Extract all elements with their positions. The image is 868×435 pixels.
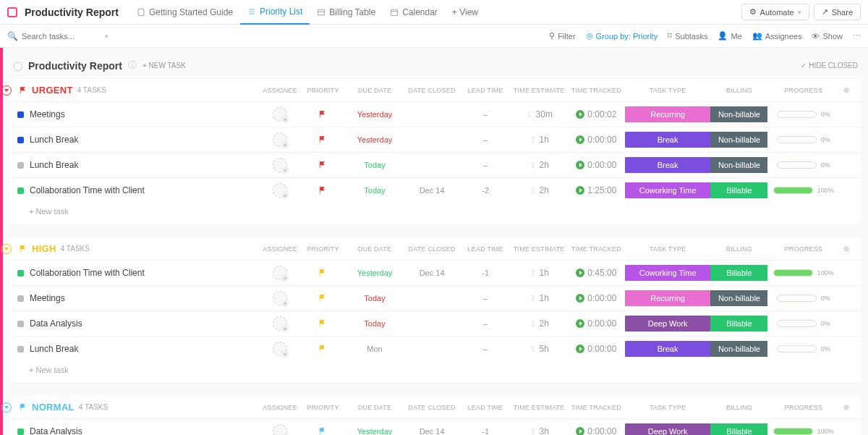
col-due[interactable]: DUE DATE bbox=[346, 87, 404, 94]
assignee-cell[interactable] bbox=[260, 342, 299, 356]
col-lead[interactable]: LEAD TIME bbox=[461, 245, 511, 253]
task-type-badge[interactable]: Coworking Time bbox=[625, 182, 711, 198]
tab-billing-table[interactable]: Billing Table bbox=[310, 0, 383, 25]
priority-cell[interactable] bbox=[299, 269, 346, 277]
due-date[interactable]: Today bbox=[346, 319, 404, 328]
assignee-cell[interactable] bbox=[260, 132, 299, 147]
task-name[interactable]: Collaboration Time with Client bbox=[30, 268, 145, 278]
collapse-icon[interactable] bbox=[1, 85, 12, 96]
collapse-icon[interactable] bbox=[1, 402, 12, 413]
col-due[interactable]: DUE DATE bbox=[346, 245, 404, 253]
col-priority[interactable]: PRIORITY bbox=[299, 245, 346, 253]
new-task-row[interactable]: + New task bbox=[10, 361, 861, 379]
task-type-badge[interactable]: Break bbox=[625, 341, 711, 357]
billing-badge[interactable]: Non-billable bbox=[710, 341, 767, 357]
col-progress[interactable]: PROGRESS bbox=[767, 87, 839, 94]
col-assignee[interactable]: ASSIGNEE bbox=[260, 87, 299, 94]
col-billing[interactable]: BILLING bbox=[710, 87, 767, 94]
search-input[interactable] bbox=[22, 32, 101, 41]
assignee-avatar-icon[interactable] bbox=[273, 158, 287, 172]
collapse-icon[interactable] bbox=[1, 244, 12, 254]
billing-badge[interactable]: Non-billable bbox=[710, 106, 767, 122]
time-tracked[interactable]: 0:00:00 bbox=[568, 293, 625, 303]
due-date[interactable]: Yesterday bbox=[346, 110, 404, 119]
col-type[interactable]: TASK TYPE bbox=[625, 87, 711, 94]
tab-calendar[interactable]: Calendar bbox=[383, 0, 445, 25]
add-view-button[interactable]: + View bbox=[445, 0, 485, 25]
time-estimate[interactable]: 3h bbox=[511, 426, 568, 435]
automate-button[interactable]: ⚙ Automate ▾ bbox=[741, 4, 809, 20]
tab-getting-started[interactable]: Getting Started Guide bbox=[129, 0, 240, 25]
col-assignee[interactable]: ASSIGNEE bbox=[260, 404, 299, 411]
time-tracked[interactable]: 0:00:00 bbox=[568, 160, 625, 170]
priority-cell[interactable] bbox=[299, 294, 346, 303]
task-row[interactable]: Lunch Break Mon – 5h 0:00:00 Break Non-b… bbox=[10, 336, 861, 361]
assignee-avatar-icon[interactable] bbox=[273, 342, 287, 356]
time-estimate[interactable]: 1h bbox=[511, 293, 568, 303]
time-estimate[interactable]: 2h bbox=[511, 318, 568, 329]
progress-cell[interactable]: 0% bbox=[767, 111, 839, 118]
play-icon[interactable] bbox=[576, 110, 584, 119]
play-icon[interactable] bbox=[576, 186, 584, 195]
task-row[interactable]: Collaboration Time with Client Yesterday… bbox=[10, 260, 861, 285]
progress-cell[interactable]: 100% bbox=[767, 428, 839, 435]
progress-cell[interactable]: 100% bbox=[767, 187, 839, 194]
task-row[interactable]: Lunch Break Yesterday – 1h 0:00:00 Break… bbox=[10, 127, 861, 152]
time-estimate[interactable]: 1h bbox=[511, 268, 568, 278]
col-lead[interactable]: LEAD TIME bbox=[461, 87, 511, 94]
col-type[interactable]: TASK TYPE bbox=[625, 245, 711, 253]
col-est[interactable]: TIME ESTIMATE bbox=[511, 245, 568, 253]
status-icon[interactable] bbox=[17, 111, 24, 118]
tab-priority-list[interactable]: Priority List bbox=[240, 0, 310, 25]
col-billing[interactable]: BILLING bbox=[710, 404, 767, 411]
assignee-avatar-icon[interactable] bbox=[273, 316, 287, 331]
time-tracked[interactable]: 1:25:00 bbox=[568, 185, 625, 195]
assignee-cell[interactable] bbox=[260, 316, 299, 331]
progress-cell[interactable]: 0% bbox=[767, 136, 839, 143]
share-button[interactable]: ↗ Share bbox=[814, 4, 861, 20]
play-icon[interactable] bbox=[576, 161, 584, 169]
due-date[interactable]: Today bbox=[346, 294, 404, 303]
time-tracked[interactable]: 0:00:00 bbox=[568, 135, 625, 145]
task-type-badge[interactable]: Break bbox=[625, 157, 711, 173]
col-est[interactable]: TIME ESTIMATE bbox=[511, 87, 568, 94]
col-assignee[interactable]: ASSIGNEE bbox=[260, 245, 299, 253]
due-date[interactable]: Yesterday bbox=[346, 135, 404, 144]
priority-cell[interactable] bbox=[299, 427, 346, 435]
status-icon[interactable] bbox=[17, 321, 24, 327]
time-estimate[interactable]: 1h bbox=[511, 135, 568, 145]
time-estimate[interactable]: 2h bbox=[511, 185, 568, 195]
assignee-avatar-icon[interactable] bbox=[273, 266, 287, 280]
col-billing[interactable]: BILLING bbox=[710, 245, 767, 253]
play-icon[interactable] bbox=[576, 294, 584, 303]
task-row[interactable]: Collaboration Time with Client Today Dec… bbox=[10, 177, 861, 203]
col-tracked[interactable]: TIME TRACKED bbox=[568, 87, 625, 94]
priority-cell[interactable] bbox=[299, 161, 346, 169]
task-name[interactable]: Lunch Break bbox=[30, 160, 78, 170]
priority-cell[interactable] bbox=[299, 345, 346, 353]
status-icon[interactable] bbox=[17, 270, 24, 276]
assignee-cell[interactable] bbox=[260, 266, 299, 280]
add-column-button[interactable]: ⊕ bbox=[839, 86, 854, 94]
play-icon[interactable] bbox=[576, 427, 584, 435]
progress-cell[interactable]: 100% bbox=[767, 269, 839, 276]
add-column-button[interactable]: ⊕ bbox=[839, 403, 854, 411]
group-by-button[interactable]: ◎Group by: Priority bbox=[586, 31, 658, 41]
assignee-cell[interactable] bbox=[260, 183, 299, 198]
progress-cell[interactable]: 0% bbox=[767, 161, 839, 169]
task-type-badge[interactable]: Deep Work bbox=[625, 423, 711, 435]
chevron-down-icon[interactable]: ▾ bbox=[105, 33, 109, 40]
me-button[interactable]: 👤Me bbox=[718, 31, 741, 41]
filter-button[interactable]: ⚲Filter bbox=[549, 31, 575, 41]
time-estimate[interactable]: 2h bbox=[511, 160, 568, 170]
col-progress[interactable]: PROGRESS bbox=[767, 245, 839, 253]
assignee-avatar-icon[interactable] bbox=[273, 132, 287, 147]
task-name[interactable]: Meetings bbox=[30, 109, 65, 119]
due-date[interactable]: Mon bbox=[346, 345, 404, 353]
status-icon[interactable] bbox=[17, 295, 24, 302]
task-row[interactable]: Data Analysis Yesterday Dec 14 -1 3h 0:0… bbox=[10, 418, 861, 435]
billing-badge[interactable]: Non-billable bbox=[710, 290, 767, 306]
task-row[interactable]: Lunch Break Today – 2h 0:00:00 Break Non… bbox=[10, 152, 861, 177]
play-icon[interactable] bbox=[576, 319, 584, 328]
assignee-cell[interactable] bbox=[260, 424, 299, 435]
